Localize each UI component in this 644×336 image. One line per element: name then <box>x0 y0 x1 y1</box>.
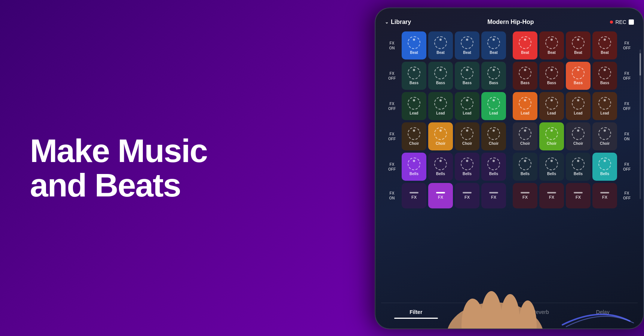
fx-right-beat[interactable]: FXOFF <box>619 41 635 51</box>
pad-bass-3[interactable]: Bass <box>455 62 479 90</box>
pad-bass-6[interactable]: Bass <box>539 62 564 90</box>
pad-choir-1[interactable]: Choir <box>402 122 426 150</box>
knob-icon <box>545 36 558 49</box>
bass-cells-left: Bass Bass Bass Bass <box>402 62 506 90</box>
pad-bass-1[interactable]: Bass <box>402 62 426 90</box>
pad-lead-5[interactable]: Lead <box>513 92 537 120</box>
knob-icon <box>519 158 531 170</box>
pad-bass-4[interactable]: Bass <box>481 62 506 90</box>
library-button[interactable]: ⌄ Library <box>385 19 411 25</box>
pad-lead-8[interactable]: Lead <box>592 92 617 120</box>
rec-area[interactable]: REC <box>610 19 634 25</box>
knob-icon <box>408 127 420 140</box>
pad-bass-8[interactable]: Bass <box>592 62 617 90</box>
headline-line1: Make Music <box>30 132 207 169</box>
pad-fx-3[interactable]: FX <box>455 183 479 208</box>
knob-icon <box>519 36 531 49</box>
pad-lead-7[interactable]: Lead <box>566 92 591 120</box>
pad-fx-6[interactable]: FX <box>539 183 564 208</box>
knob-icon <box>487 158 500 170</box>
pad-bells-1[interactable]: Bells <box>402 153 426 181</box>
knob-icon <box>545 127 558 140</box>
pad-choir-5[interactable]: Choir <box>513 122 537 150</box>
pad-fx-5[interactable]: FX <box>513 183 537 208</box>
pad-fx-4[interactable]: FX <box>481 183 506 208</box>
pad-choir-7[interactable]: Choir <box>566 122 591 150</box>
fx-left-fx[interactable]: FXON <box>384 191 400 201</box>
knob-icon <box>598 158 611 170</box>
pad-lead-1[interactable]: Lead <box>402 92 426 120</box>
knob-icon <box>487 127 500 140</box>
pad-beat-8[interactable]: Beat <box>592 31 617 59</box>
fx-right-bells[interactable]: FXOFF <box>619 162 635 172</box>
pad-fx-7[interactable]: FX <box>566 183 591 208</box>
pad-bass-5[interactable]: Bass <box>513 62 537 90</box>
pad-beat-6[interactable]: Beat <box>539 31 564 59</box>
tab-delay[interactable]: Delay <box>572 307 634 319</box>
pad-choir-6[interactable]: Choir <box>539 122 564 150</box>
fx-left-lead[interactable]: FXOFF <box>384 101 400 111</box>
fx-right-lead[interactable]: FXOFF <box>619 101 635 111</box>
pad-beat-2[interactable]: Beat <box>428 31 453 59</box>
knob-icon <box>572 127 585 140</box>
tab-reverb[interactable]: Reverb <box>509 307 572 319</box>
knob-icon <box>434 67 447 79</box>
pad-choir-3[interactable]: Choir <box>455 122 479 150</box>
library-label: Library <box>391 19 411 25</box>
fx-right-bass[interactable]: FXOFF <box>619 71 635 81</box>
fx-left-bells[interactable]: FXOFF <box>384 162 400 172</box>
pad-beat-5[interactable]: Beat <box>513 31 537 59</box>
pad-fx-1[interactable]: FX <box>402 183 426 208</box>
tab-filter[interactable]: Filter <box>385 307 447 319</box>
pad-bells-7[interactable]: Bells <box>566 153 591 181</box>
bass-cells-right: Bass Bass Bass Bass <box>513 62 617 90</box>
pad-choir-8[interactable]: Choir <box>592 122 617 150</box>
pad-bells-5[interactable]: Bells <box>513 153 537 181</box>
choir-cells-right: Choir Choir Choir Choir <box>513 122 617 150</box>
tab-flanger[interactable]: Flanger <box>447 307 510 319</box>
pad-bells-3[interactable]: Bells <box>455 153 479 181</box>
pad-choir-4[interactable]: Choir <box>481 122 506 150</box>
pad-lead-3[interactable]: Lead <box>455 92 479 120</box>
knob-icon <box>461 127 473 140</box>
fx-left-choir[interactable]: FXOFF <box>384 132 400 141</box>
scrollbar[interactable] <box>640 49 641 199</box>
headline-line2: and Beats <box>30 167 181 204</box>
fx-left-beat[interactable]: FXON <box>384 41 400 51</box>
pad-bass-7[interactable]: Bass <box>566 62 591 90</box>
pad-fx-8[interactable]: FX <box>592 183 617 208</box>
pad-lead-6[interactable]: Lead <box>539 92 564 120</box>
tablet: ⌄ Library Modern Hip-Hop REC FXON Beat B… <box>375 7 644 329</box>
pad-lead-2[interactable]: Lead <box>428 92 453 120</box>
pad-bells-6[interactable]: Bells <box>539 153 564 181</box>
pad-lead-4[interactable]: Lead <box>481 92 506 120</box>
pad-fx-2[interactable]: FX <box>428 183 453 208</box>
pad-choir-2[interactable]: Choir <box>428 122 453 150</box>
chevron-down-icon: ⌄ <box>385 19 389 25</box>
pad-bells-4[interactable]: Bells <box>481 153 506 181</box>
fx-right-fx[interactable]: FXOFF <box>619 191 635 201</box>
pad-bells-2[interactable]: Bells <box>428 153 453 181</box>
knob-icon <box>598 67 611 79</box>
fx-cells-right: FX FX FX FX <box>513 183 617 208</box>
pad-bass-2[interactable]: Bass <box>428 62 453 90</box>
pad-beat-4[interactable]: Beat <box>481 31 506 59</box>
knob-icon <box>487 67 500 79</box>
knob-icon <box>434 97 447 110</box>
fx-right-choir[interactable]: FXON <box>619 132 635 141</box>
knob-icon <box>519 97 531 110</box>
knob-icon <box>461 97 473 110</box>
bells-row: FXOFF Bells Bells Bells Bells Bells Bell… <box>384 153 635 181</box>
fx-left-bass[interactable]: FXOFF <box>384 71 400 81</box>
pad-beat-7[interactable]: Beat <box>566 31 591 59</box>
lead-row: FXOFF Lead Lead Lead Lead Lead Lead Lead… <box>384 92 635 120</box>
bells-cells-left: Bells Bells Bells Bells <box>402 153 506 181</box>
choir-cells-left: Choir Choir Choir Choir <box>402 122 506 150</box>
bells-cells-right: Bells Bells Bells Bells <box>513 153 617 181</box>
pad-bells-8[interactable]: Bells <box>592 153 617 181</box>
pad-beat-1[interactable]: Beat <box>402 31 426 59</box>
bass-row: FXOFF Bass Bass Bass Bass Bass Bass Bass… <box>384 62 635 90</box>
knob-icon <box>572 36 585 49</box>
pad-beat-3[interactable]: Beat <box>455 31 479 59</box>
choir-row: FXOFF Choir Choir Choir Choir Choir Choi… <box>384 122 635 150</box>
